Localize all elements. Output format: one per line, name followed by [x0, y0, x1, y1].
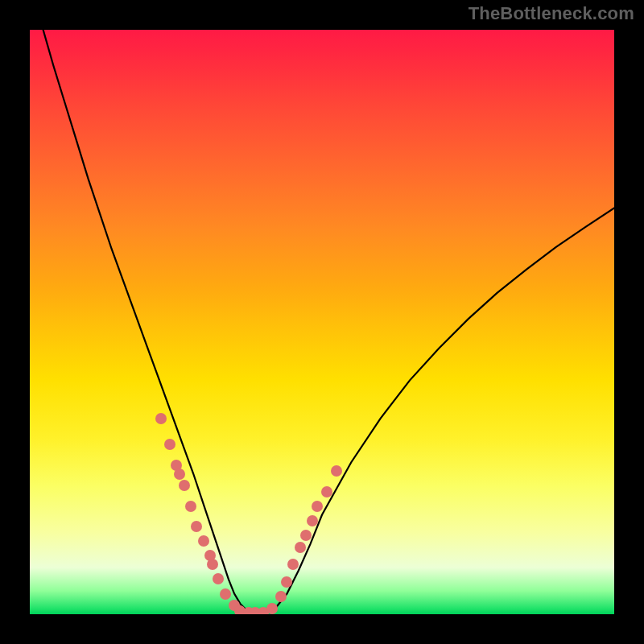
chart-frame: TheBottleneck.com [0, 0, 644, 644]
gradient-background [30, 30, 614, 614]
plot-area [30, 30, 614, 614]
watermark-text: TheBottleneck.com [469, 3, 634, 24]
